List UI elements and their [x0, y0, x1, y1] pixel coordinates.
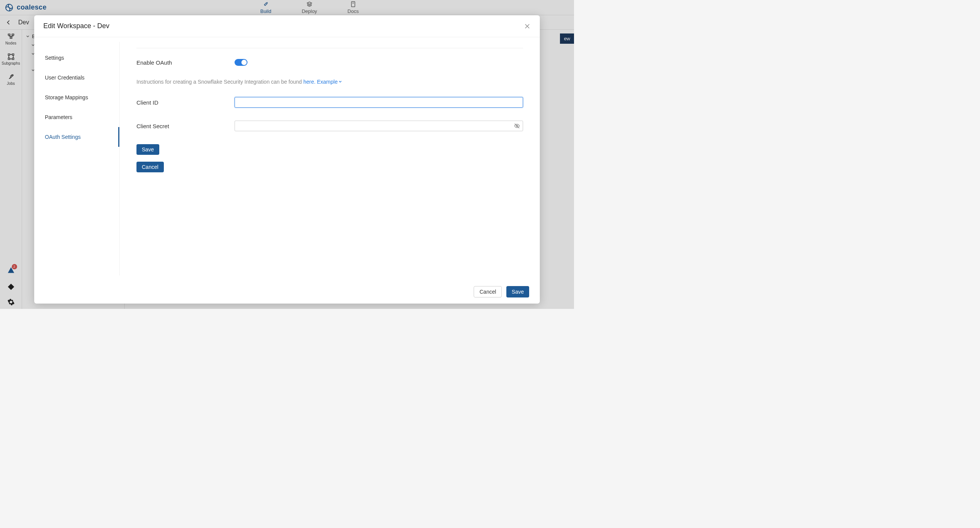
- client-secret-input[interactable]: [235, 121, 523, 131]
- example-link-text: Example: [317, 79, 337, 85]
- close-icon[interactable]: [524, 23, 531, 30]
- divider: [137, 48, 523, 48]
- sidebar-item-settings[interactable]: Settings: [34, 48, 119, 68]
- edit-workspace-modal: Edit Workspace - Dev Settings User Crede…: [34, 15, 540, 303]
- modal-save-button[interactable]: Save: [506, 286, 529, 297]
- oauth-save-button[interactable]: Save: [137, 144, 159, 155]
- sidebar-item-user-credentials[interactable]: User Credentials: [34, 68, 119, 88]
- sidebar-item-oauth-settings[interactable]: OAuth Settings: [34, 127, 119, 147]
- oauth-instructions: Instructions for creating a Snowflake Se…: [137, 79, 523, 85]
- enable-oauth-toggle[interactable]: [235, 59, 247, 66]
- oauth-cancel-button[interactable]: Cancel: [137, 162, 164, 172]
- example-link[interactable]: Example: [317, 79, 342, 85]
- toggle-visibility-icon[interactable]: [514, 123, 520, 129]
- sidebar-item-parameters[interactable]: Parameters: [34, 107, 119, 127]
- client-id-input[interactable]: [235, 97, 523, 108]
- instructions-prefix: Instructions for creating a Snowflake Se…: [137, 79, 303, 85]
- modal-title: Edit Workspace - Dev: [43, 22, 110, 30]
- client-secret-label: Client Secret: [137, 123, 235, 129]
- chevron-down-icon: [338, 80, 342, 84]
- enable-oauth-label: Enable OAuth: [137, 59, 235, 66]
- sidebar-item-storage-mappings[interactable]: Storage Mappings: [34, 88, 119, 107]
- modal-overlay: Edit Workspace - Dev Settings User Crede…: [0, 0, 574, 309]
- here-link[interactable]: here.: [303, 79, 315, 85]
- modal-cancel-button[interactable]: Cancel: [474, 286, 502, 297]
- client-id-label: Client ID: [137, 99, 235, 106]
